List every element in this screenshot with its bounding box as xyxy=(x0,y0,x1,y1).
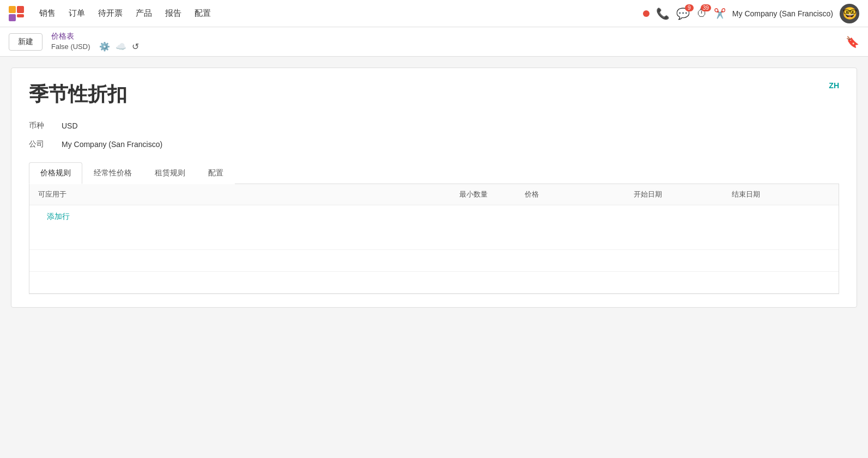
new-button[interactable]: 新建 xyxy=(9,33,43,51)
breadcrumb-sub-text: False (USD) xyxy=(51,42,90,51)
topnav-right: 📞 💬 9 ⏱ 39 ✂️ My Company (San Francisco)… xyxy=(643,4,859,23)
col-price: 价格 xyxy=(525,190,634,199)
nav-reports[interactable]: 报告 xyxy=(165,6,181,21)
breadcrumb: 价格表 False (USD) ⚙️ ☁️ ↺ xyxy=(51,32,139,52)
nav-orders[interactable]: 订单 xyxy=(69,6,85,21)
chat-badge: 9 xyxy=(685,4,694,11)
status-indicator xyxy=(643,10,650,17)
timer-badge: 39 xyxy=(701,4,711,11)
app-logo[interactable] xyxy=(9,6,26,21)
record-card: ZH 季节性折扣 币种 USD 公司 My Company (San Franc… xyxy=(11,68,857,308)
col-min-qty: 最小数量 xyxy=(459,190,525,199)
empty-row-3 xyxy=(29,272,839,294)
nav-sales[interactable]: 销售 xyxy=(39,6,56,21)
tabs: 价格规则 经常性价格 租赁规则 配置 xyxy=(29,162,839,184)
language-badge[interactable]: ZH xyxy=(829,81,839,90)
breadcrumb-sub: False (USD) ⚙️ ☁️ ↺ xyxy=(51,41,139,52)
tab-recurring-price[interactable]: 经常性价格 xyxy=(82,162,143,184)
table-header: 可应用于 最小数量 价格 开始日期 结束日期 xyxy=(29,184,839,205)
svg-rect-1 xyxy=(17,6,24,13)
currency-value: USD xyxy=(62,121,78,130)
company-value: My Company (San Francisco) xyxy=(62,140,162,149)
company-field-row: 公司 My Company (San Francisco) xyxy=(29,139,839,149)
timer-button[interactable]: ⏱ 39 xyxy=(696,7,707,20)
nav-products[interactable]: 产品 xyxy=(136,6,152,21)
company-name: My Company (San Francisco) xyxy=(732,9,833,18)
tab-rental-rules[interactable]: 租赁规则 xyxy=(143,162,197,184)
add-row-button[interactable]: 添加行 xyxy=(38,205,78,228)
phone-button[interactable]: 📞 xyxy=(656,7,670,20)
breadcrumb-title[interactable]: 价格表 xyxy=(51,32,139,41)
record-title: 季节性折扣 xyxy=(29,81,839,108)
svg-rect-0 xyxy=(9,6,16,13)
main-content: ZH 季节性折扣 币种 USD 公司 My Company (San Franc… xyxy=(0,57,868,319)
svg-rect-2 xyxy=(9,14,16,21)
nav-config[interactable]: 配置 xyxy=(195,6,211,21)
col-applicable: 可应用于 xyxy=(38,190,459,199)
tab-config[interactable]: 配置 xyxy=(197,162,235,184)
cloud-upload-icon[interactable]: ☁️ xyxy=(116,41,126,52)
svg-rect-3 xyxy=(17,14,24,17)
nav-items: 销售 订单 待开票 产品 报告 配置 xyxy=(39,6,643,21)
nav-pending-invoice[interactable]: 待开票 xyxy=(98,6,123,21)
table-body: 添加行 xyxy=(29,205,839,294)
empty-row-1 xyxy=(29,228,839,250)
subnav-tools: ⚙️ ☁️ ↺ xyxy=(99,41,139,52)
chat-button[interactable]: 💬 9 xyxy=(676,7,690,20)
company-label: 公司 xyxy=(29,139,55,149)
currency-label: 币种 xyxy=(29,121,55,131)
bookmark-icon[interactable]: 🔖 xyxy=(846,35,859,48)
sub-navigation: 新建 价格表 False (USD) ⚙️ ☁️ ↺ 🔖 xyxy=(0,27,868,57)
tab-content: 可应用于 最小数量 价格 开始日期 结束日期 添加行 xyxy=(29,184,839,294)
top-navigation: 销售 订单 待开票 产品 报告 配置 📞 💬 9 ⏱ 39 ✂️ My Comp… xyxy=(0,0,868,27)
user-avatar[interactable]: 🤓 xyxy=(840,4,859,23)
currency-field-row: 币种 USD xyxy=(29,121,839,131)
empty-row-2 xyxy=(29,250,839,272)
col-end-date: 结束日期 xyxy=(732,190,830,199)
col-start-date: 开始日期 xyxy=(634,190,732,199)
gear-icon[interactable]: ⚙️ xyxy=(99,41,110,52)
tab-price-rules[interactable]: 价格规则 xyxy=(29,162,82,184)
settings-button[interactable]: ✂️ xyxy=(714,8,726,20)
reset-icon[interactable]: ↺ xyxy=(132,41,139,52)
